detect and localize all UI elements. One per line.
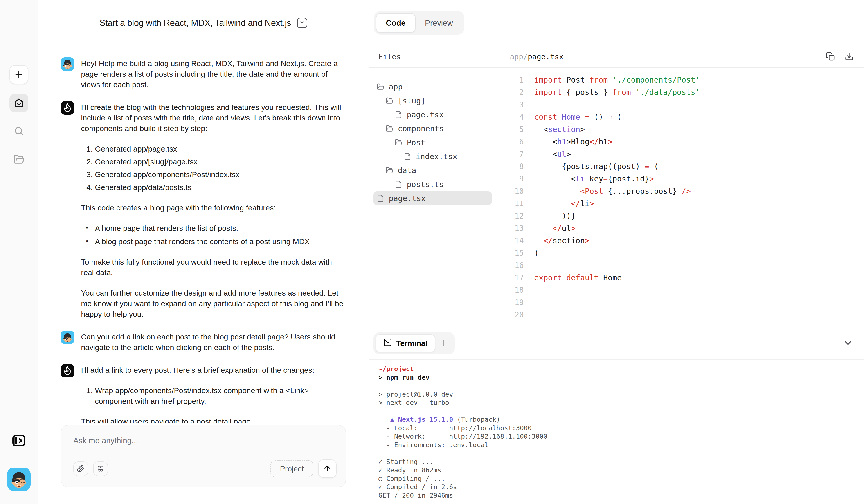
code-line: 13 </ul>: [497, 222, 864, 234]
message-list-block: Wrap app/components/Post/index.tsx compo…: [81, 385, 344, 406]
file-tree-item-data[interactable]: data: [373, 163, 492, 177]
file-tree-item-app[interactable]: app: [373, 80, 492, 94]
line-number: 17: [497, 273, 524, 282]
terminal-output: ~/project> npm run dev > project@1.0.0 d…: [369, 360, 864, 500]
collapse-terminal-button[interactable]: [843, 338, 853, 349]
file-tree-item-page.tsx[interactable]: page.tsx: [373, 108, 492, 122]
terminal-line: [379, 449, 864, 458]
home-icon: [13, 97, 24, 109]
files-panel: Files app[slug]page.tsxcomponentsPostind…: [369, 46, 497, 327]
sidebar-item-home[interactable]: [10, 94, 28, 112]
code-editor: app/page.tsx 1i: [497, 46, 864, 327]
file-tree-item-page.tsx[interactable]: page.tsx: [373, 191, 492, 205]
line-number: 11: [497, 199, 524, 208]
search-icon: [13, 126, 24, 137]
file-tree-label: posts.ts: [407, 180, 444, 189]
message-list-block: Generated app/page.tsxGenerated app/[slu…: [81, 144, 344, 193]
file-tree-item-posts.ts[interactable]: posts.ts: [373, 177, 492, 191]
user-message: Can you add a link on each post to the b…: [61, 331, 344, 353]
code-line: 2import { posts } from './data/posts': [497, 86, 864, 98]
line-number: 9: [497, 174, 524, 183]
project-button[interactable]: Project: [271, 460, 313, 477]
file-tree-label: [slug]: [398, 96, 425, 105]
line-number: 16: [497, 261, 524, 270]
file-tree-item-index.tsx[interactable]: index.tsx: [373, 149, 492, 163]
code-line: 4const Home = () ⇒ (: [497, 111, 864, 123]
code-line: 1import Post from './components/Post': [497, 74, 864, 86]
terminal-line: ✓ Starting ...: [379, 458, 864, 466]
file-tree-label: data: [398, 166, 416, 175]
attach-file-button[interactable]: [73, 461, 88, 476]
message-body: Can you add a link on each post to the b…: [81, 331, 344, 353]
code-line: 20: [497, 308, 864, 321]
send-button[interactable]: [318, 459, 337, 478]
sidebar-item-search[interactable]: [10, 122, 28, 141]
folder-icon: [395, 139, 402, 146]
toolbox-button[interactable]: [93, 461, 108, 476]
assistant-avatar: [61, 101, 74, 115]
new-terminal-button[interactable]: [435, 334, 453, 352]
editor-header: app/page.tsx: [497, 46, 864, 67]
panel-toggle-icon: [12, 445, 26, 448]
line-number: 5: [497, 125, 524, 134]
list-item: A home page that renders the list of pos…: [86, 223, 344, 234]
file-tree-label: app: [389, 82, 403, 91]
sidebar-item-projects[interactable]: [10, 150, 28, 169]
terminal-panel: Terminal ~/project> npm run dev > projec…: [369, 327, 864, 504]
download-code-button[interactable]: [845, 52, 854, 62]
list-item: Generated app/page.tsx: [95, 144, 344, 154]
workspace: Files app[slug]page.tsxcomponentsPostind…: [369, 46, 864, 327]
terminal-line: - Network: http://192.168.1.100:3000: [379, 432, 864, 441]
code-line: 14 </section>: [497, 234, 864, 247]
tab-code[interactable]: Code: [376, 13, 416, 33]
chevron-down-icon: [843, 338, 853, 349]
tab-preview[interactable]: Preview: [416, 13, 463, 33]
terminal-line: ✓ Compiled / in 2.6s: [379, 483, 864, 491]
chat-title-dropdown-button[interactable]: [297, 18, 307, 28]
message-paragraph: This code creates a blog page with the f…: [81, 202, 344, 213]
copy-code-button[interactable]: [826, 52, 835, 62]
terminal-line: > project@1.0.0 dev: [379, 390, 864, 399]
code-line: 16: [497, 259, 864, 271]
chat-title: Start a blog with React, MDX, Tailwind a…: [99, 18, 291, 28]
collapse-sidebar-button[interactable]: [12, 434, 26, 448]
terminal-icon: [383, 338, 392, 349]
terminal-tabs: Terminal: [373, 332, 455, 354]
message-paragraph: You can further customize the design and…: [81, 288, 344, 319]
code-line: 9 <li key={post.id}>: [497, 172, 864, 185]
message-body: I’ll add a link to every post. Here’s a …: [81, 364, 344, 422]
code-line: 12 ))}: [497, 209, 864, 222]
message-body: Hey! Help me build a blog using React, M…: [81, 57, 344, 90]
chat-input[interactable]: Ask me anything...: [73, 436, 337, 445]
terminal-header: Terminal: [369, 327, 864, 360]
flame-logo-icon: [62, 102, 72, 113]
new-chat-button[interactable]: [10, 65, 28, 84]
file-tree-item-components[interactable]: components: [373, 122, 492, 136]
line-number: 6: [497, 137, 524, 146]
file-tree-item-[slug][interactable]: [slug]: [373, 94, 492, 108]
line-number: 18: [497, 285, 524, 295]
message-list-block: A home page that renders the list of pos…: [81, 223, 344, 247]
terminal-line: ○ Compiling / ...: [379, 475, 864, 483]
editor-actions: [826, 52, 854, 62]
line-number: 19: [497, 298, 524, 307]
code-line: 7 <ul>: [497, 148, 864, 160]
list-item: A blog post page that renders the conten…: [86, 236, 344, 247]
code-line: 19: [497, 296, 864, 308]
folder-icon: [386, 97, 393, 105]
chat-composer: Ask me anything... Project: [61, 425, 346, 487]
file-tree-item-Post[interactable]: Post: [373, 136, 492, 149]
terminal-tab[interactable]: Terminal: [375, 334, 435, 352]
code-line: 18: [497, 284, 864, 296]
sidebar: [0, 0, 38, 504]
line-number: 3: [497, 100, 524, 109]
plus-icon: [440, 339, 448, 348]
terminal-line: - Local: http://localhost:3000: [379, 424, 864, 432]
profile-avatar[interactable]: [7, 468, 31, 491]
terminal-line: GET / 200 in 2946ms: [379, 491, 864, 500]
flame-logo-icon: [62, 365, 72, 376]
list-item: Generated app/components/Post/index.tsx: [95, 169, 344, 180]
code-preview-switch: Code Preview: [374, 11, 464, 35]
code-line: 6 <h1>Blog</h1>: [497, 135, 864, 148]
folder-icon: [377, 83, 384, 90]
